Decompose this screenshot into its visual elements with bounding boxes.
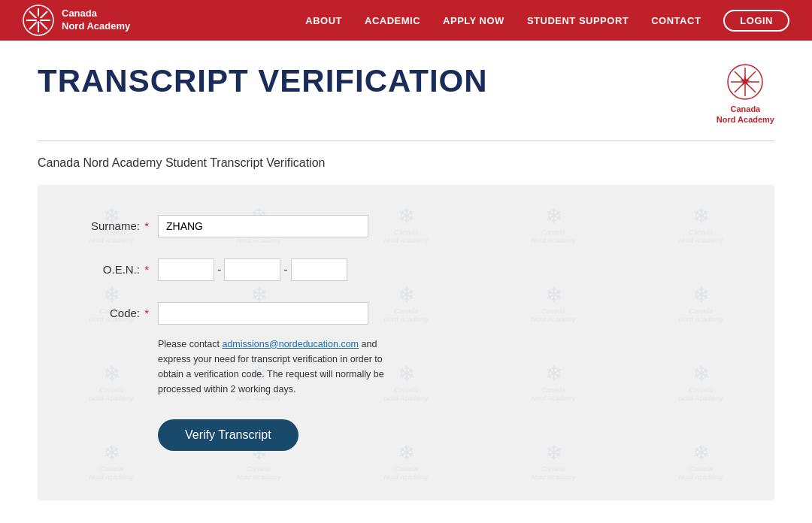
verify-transcript-button[interactable]: Verify Transcript [158, 419, 298, 451]
logo-icon [23, 5, 54, 36]
surname-required-marker: * [141, 219, 149, 232]
nav-link-apply-now[interactable]: APPLY NOW [443, 15, 504, 26]
main-content: TRANSCRIPT VERIFICATION Canada Nord Acad… [0, 41, 812, 523]
wm-cell: ❄CanadaNord Academy [627, 185, 774, 264]
wm-cell: ❄CanadaNord Academy [480, 422, 627, 500]
side-logo-text: Canada Nord Academy [717, 104, 774, 125]
code-help-text: Please contact admissions@nordeducation.… [158, 337, 398, 397]
nav-links: ABOUT ACADEMIC APPLY NOW STUDENT SUPPORT… [305, 10, 789, 32]
code-input[interactable] [158, 302, 368, 325]
verification-form: Surname: * O.E.N.: * - - [83, 215, 398, 451]
nav-link-student-support[interactable]: STUDENT SUPPORT [527, 15, 629, 26]
oen-input-1[interactable] [158, 258, 214, 281]
admissions-email-link[interactable]: admissions@nordeducation.com [222, 339, 359, 349]
wm-cell: ❄CanadaNord Academy [627, 264, 774, 343]
side-logo: Canada Nord Academy [717, 63, 774, 125]
divider [38, 141, 774, 141]
oen-row: O.E.N.: * - - [83, 258, 398, 281]
oen-input-2[interactable] [224, 258, 280, 281]
oen-required-marker: * [141, 263, 149, 276]
surname-input[interactable] [158, 215, 368, 237]
page-title: TRANSCRIPT VERIFICATION [38, 63, 488, 99]
nav-logo-text: Canada Nord Academy [62, 8, 130, 33]
page-header: TRANSCRIPT VERIFICATION Canada Nord Acad… [38, 63, 774, 125]
side-logo-icon [726, 63, 764, 101]
oen-dash-1: - [217, 263, 221, 277]
page-subtitle: Canada Nord Academy Student Transcript V… [38, 156, 774, 170]
oen-input-group: - - [158, 258, 347, 281]
wm-cell: ❄CanadaNord Academy [480, 343, 627, 422]
nav-link-academic[interactable]: ACADEMIC [365, 15, 420, 26]
wm-cell: ❄CanadaNord Academy [627, 343, 774, 422]
surname-label: Surname: * [83, 219, 158, 232]
form-container: ❄CanadaNord Academy ❄CanadaNord Academy … [38, 185, 774, 500]
nav-link-about[interactable]: ABOUT [305, 15, 342, 26]
oen-label: O.E.N.: * [83, 263, 158, 276]
code-required-marker: * [141, 307, 149, 319]
code-row: Code: * [83, 302, 398, 325]
wm-cell: ❄CanadaNord Academy [480, 264, 627, 343]
wm-cell: ❄CanadaNord Academy [480, 185, 627, 264]
wm-cell: ❄CanadaNord Academy [627, 422, 774, 500]
surname-row: Surname: * [83, 215, 398, 237]
navbar: Canada Nord Academy ABOUT ACADEMIC APPLY… [0, 0, 812, 41]
nav-logo[interactable]: Canada Nord Academy [23, 5, 130, 36]
oen-input-3[interactable] [291, 258, 347, 281]
code-label: Code: * [83, 307, 158, 319]
nav-link-contact[interactable]: CONTACT [651, 15, 701, 26]
login-button[interactable]: LOGIN [723, 10, 789, 32]
oen-dash-2: - [283, 263, 287, 277]
